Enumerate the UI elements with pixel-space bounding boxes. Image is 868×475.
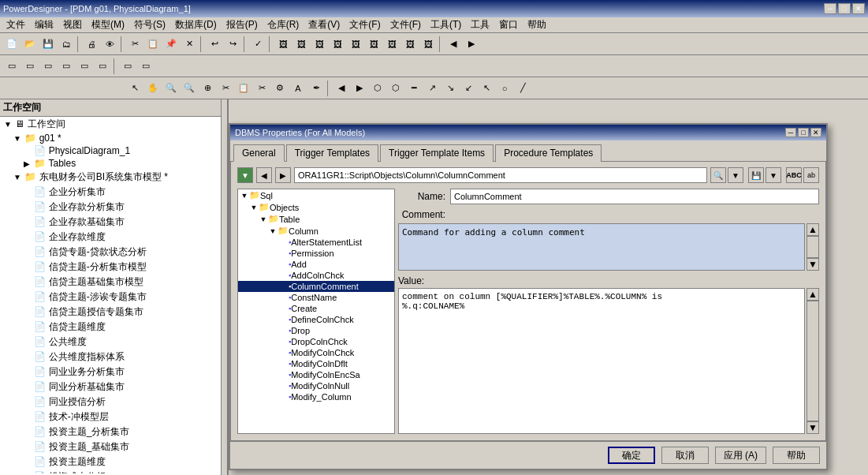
- addr-fwd-btn[interactable]: ▶: [275, 167, 291, 183]
- workspace-tree[interactable]: ▼ 🖥 工作空间 ▼ 📁 g01 * 📄 PhysicalDiagram_1 ▶…: [0, 117, 227, 473]
- cancel-button[interactable]: 取消: [661, 447, 709, 464]
- tree-item-18[interactable]: 📄 投资主题_基础集市: [0, 439, 227, 454]
- dtree-column[interactable]: ▼ 📁 Column: [238, 225, 394, 237]
- img2-btn[interactable]: 🖼: [292, 36, 310, 53]
- dtree-modifycolnencsa[interactable]: ▪ ModifyColnEncSa: [238, 369, 394, 380]
- tb2-1[interactable]: ▭: [3, 58, 20, 75]
- comment-textarea[interactable]: Command for adding a column comment: [398, 223, 805, 271]
- menu-item[interactable]: 工具: [466, 17, 494, 33]
- tree-item-workspace[interactable]: ▼ 🖥 工作空间: [0, 117, 227, 132]
- dialog-minimize-btn[interactable]: ─: [785, 128, 796, 137]
- addr-search-btn[interactable]: 🔍: [710, 167, 726, 183]
- tool11[interactable]: ⬡: [387, 80, 404, 97]
- addr-ab-btn[interactable]: ab: [803, 167, 819, 183]
- comment-scroll-up[interactable]: ▲: [807, 223, 819, 236]
- tree-item-5[interactable]: 📄 信贷专题-贷款状态分析: [0, 245, 227, 260]
- addr-save-btn[interactable]: 💾: [748, 167, 764, 183]
- dtree-objects[interactable]: ▼ 📁 Objects: [238, 201, 394, 213]
- tool6[interactable]: A: [289, 80, 307, 97]
- tree-item-3[interactable]: 📄 企业存款基础集市: [0, 215, 227, 230]
- tab-trigger-template-items[interactable]: Trigger Template Items: [380, 144, 494, 162]
- tree-item-14[interactable]: 📄 同业分析基础集市: [0, 380, 227, 395]
- tool13[interactable]: ↗: [423, 80, 441, 97]
- dtree-modifycolndft[interactable]: ▪ ModifyColnDflt: [238, 358, 394, 369]
- back-btn[interactable]: ◀: [445, 36, 462, 53]
- menu-item[interactable]: 数据库(D): [170, 17, 222, 33]
- copy-btn[interactable]: 📋: [144, 36, 162, 53]
- tree-item-7[interactable]: 📄 信贷主题基础集市模型: [0, 275, 227, 290]
- tool15[interactable]: ↙: [460, 80, 477, 97]
- addr-dropdown-btn[interactable]: ▼: [728, 167, 743, 183]
- dtree-definecolnchck[interactable]: ▪ DefineColnChck: [238, 314, 394, 325]
- dtree-permission[interactable]: ▪ Permission: [238, 248, 394, 259]
- toggle-workspace[interactable]: ▼: [3, 120, 13, 129]
- tree-item-20[interactable]: 📄 投资成本分析: [0, 469, 227, 473]
- dtree-table[interactable]: ▼ 📁 Table: [238, 213, 394, 225]
- menu-item[interactable]: 报告(P): [222, 17, 263, 33]
- tool5[interactable]: ⚙: [271, 80, 289, 97]
- tab-procedure-templates[interactable]: Procedure Templates: [495, 144, 602, 162]
- img8-btn[interactable]: 🖼: [401, 36, 419, 53]
- toggle-g01[interactable]: ▼: [13, 134, 22, 143]
- tool18[interactable]: ╱: [514, 80, 531, 97]
- dtree-modifycolumn[interactable]: ▪ Modify_Column: [238, 391, 394, 402]
- tree-item-9[interactable]: 📄 信贷主题授信专题集市: [0, 305, 227, 320]
- tool10[interactable]: ⬡: [369, 80, 386, 97]
- menu-item[interactable]: 视图: [58, 17, 87, 33]
- dtree-drop[interactable]: ▪ Drop: [238, 325, 394, 336]
- print-btn[interactable]: 🖨: [83, 36, 100, 53]
- tree-item-11[interactable]: 📄 公共维度: [0, 335, 227, 350]
- img4-btn[interactable]: 🖼: [329, 36, 346, 53]
- tab-general[interactable]: General: [233, 144, 285, 162]
- dialog-maximize-btn[interactable]: □: [798, 128, 809, 137]
- tree-item-15[interactable]: 📄 同业授信分析: [0, 395, 227, 410]
- toggle-table[interactable]: ▼: [259, 215, 268, 223]
- tree-item-6[interactable]: 📄 信贷主题-分析集市模型: [0, 260, 227, 275]
- save-btn[interactable]: 💾: [39, 36, 57, 53]
- dtree-sql[interactable]: ▼ 📁 Sql: [238, 189, 394, 201]
- value-scroll-down[interactable]: ▼: [807, 421, 819, 434]
- img1-btn[interactable]: 🖼: [274, 36, 292, 53]
- tree-item-g01[interactable]: ▼ 📁 g01 *: [0, 132, 227, 144]
- toggle-sql[interactable]: ▼: [240, 192, 249, 200]
- addr-abc-btn[interactable]: ABC: [786, 167, 802, 183]
- tool12[interactable]: ━: [405, 80, 423, 97]
- check-btn[interactable]: ✓: [249, 36, 266, 53]
- dtree-constname[interactable]: ▪ ConstName: [238, 292, 394, 303]
- tool1[interactable]: ⊕: [199, 80, 216, 97]
- img9-btn[interactable]: 🖼: [419, 36, 437, 53]
- delete-btn[interactable]: ✕: [181, 36, 198, 53]
- dtree-alterstatementlist[interactable]: ▪ AlterStatementList: [238, 237, 394, 248]
- menu-item[interactable]: 仓库(R): [263, 17, 304, 33]
- tool3[interactable]: 📋: [235, 80, 252, 97]
- apply-button[interactable]: 应用 (A): [715, 447, 766, 464]
- menu-item[interactable]: 帮助: [523, 17, 551, 33]
- tool4[interactable]: ✂: [253, 80, 270, 97]
- tree-item-1[interactable]: 📄 企业分析集市: [0, 185, 227, 200]
- menu-item[interactable]: 文件(F): [345, 17, 385, 33]
- tree-item-4[interactable]: 📄 企业存款维度: [0, 230, 227, 245]
- ok-button[interactable]: 确定: [608, 447, 655, 464]
- tb2-6[interactable]: ▭: [94, 58, 111, 75]
- img7-btn[interactable]: 🖼: [383, 36, 400, 53]
- comment-scroll-down[interactable]: ▼: [807, 258, 819, 271]
- tool16[interactable]: ↖: [478, 80, 495, 97]
- zoom-out-tool[interactable]: 🔍: [181, 80, 198, 97]
- fwd-btn[interactable]: ▶: [463, 36, 480, 53]
- tool7[interactable]: ✒: [307, 80, 325, 97]
- tool14[interactable]: ↘: [441, 80, 459, 97]
- dtree-create[interactable]: ▪ Create: [238, 303, 394, 314]
- menu-item[interactable]: 窗口: [494, 17, 523, 33]
- tree-item-12[interactable]: 📄 公共维度指标体系: [0, 350, 227, 365]
- toggle-column[interactable]: ▼: [268, 227, 278, 235]
- addr-save-dropdown-btn[interactable]: ▼: [766, 167, 781, 183]
- img3-btn[interactable]: 🖼: [311, 36, 328, 53]
- menu-item[interactable]: 查看(V): [304, 17, 345, 33]
- tool9[interactable]: ▶: [351, 80, 368, 97]
- preview-btn[interactable]: 👁: [101, 36, 118, 53]
- tree-item-10[interactable]: 📄 信贷主题维度: [0, 320, 227, 335]
- select-tool[interactable]: ↖: [126, 80, 143, 97]
- undo-btn[interactable]: ↩: [206, 36, 223, 53]
- menu-item[interactable]: 文件(F): [386, 17, 426, 33]
- value-textarea[interactable]: comment on column [%QUALIFIER%]%TABLE%.%…: [398, 288, 805, 434]
